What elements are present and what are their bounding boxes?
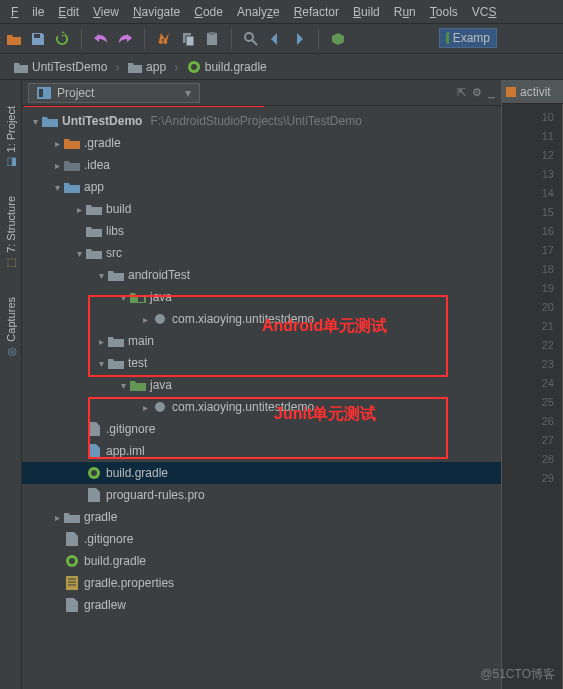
copy-icon[interactable] — [180, 31, 196, 47]
tree-gradle-props[interactable]: gradle.properties — [22, 572, 501, 594]
tree-build-gradle2[interactable]: build.gradle — [22, 550, 501, 572]
back-icon[interactable] — [267, 31, 283, 47]
open-icon[interactable] — [6, 31, 22, 47]
gradle-icon — [64, 554, 80, 568]
tree-build-gradle[interactable]: build.gradle — [22, 462, 501, 484]
tree-java-test[interactable]: java — [22, 374, 501, 396]
tree-gradle-dir[interactable]: .gradle — [22, 132, 501, 154]
tab-project[interactable]: ◧ 1: Project — [2, 100, 19, 175]
menu-file[interactable]: File — [4, 5, 51, 19]
menu-tools[interactable]: Tools — [423, 5, 465, 19]
tree-gitignore[interactable]: .gitignore — [22, 418, 501, 440]
tree-gradle-mod[interactable]: gradle — [22, 506, 501, 528]
svg-rect-0 — [34, 34, 40, 38]
test-folder-icon — [130, 378, 146, 392]
chevron-down-icon[interactable] — [118, 380, 128, 390]
toolbar-separator — [144, 29, 145, 49]
chevron-down-icon[interactable] — [52, 182, 62, 192]
editor-area: activit 10111213141516171819202122232425… — [501, 80, 563, 689]
line-number: 22 — [510, 336, 554, 355]
chevron-right-icon[interactable] — [140, 402, 150, 412]
tree-label: com.xiaoying.untitestdemo — [172, 312, 314, 326]
paste-icon[interactable] — [204, 31, 220, 47]
tree-label: .gitignore — [84, 532, 133, 546]
svg-rect-7 — [446, 32, 449, 44]
tree-label: libs — [106, 224, 124, 238]
tree-libs[interactable]: libs — [22, 220, 501, 242]
menu-build[interactable]: Build — [346, 5, 387, 19]
breadcrumb-file[interactable]: build.gradle — [179, 60, 275, 74]
line-number: 26 — [510, 412, 554, 431]
chevron-down-icon[interactable] — [118, 292, 128, 302]
breadcrumb-file-label: build.gradle — [205, 60, 267, 74]
tree-app[interactable]: app — [22, 176, 501, 198]
menu-analyze[interactable]: Analyze — [230, 5, 287, 19]
menu-edit[interactable]: Edit — [51, 5, 86, 19]
file-icon — [64, 532, 80, 546]
chevron-right-icon[interactable] — [52, 160, 62, 170]
tree-pkg-android[interactable]: com.xiaoying.untitestdemo — [22, 308, 501, 330]
make-icon[interactable] — [330, 31, 346, 47]
tree-gitignore2[interactable]: .gitignore — [22, 528, 501, 550]
module-icon — [64, 180, 80, 194]
run-config-selector[interactable]: Examp — [439, 28, 497, 48]
tree-main[interactable]: main — [22, 330, 501, 352]
tree-androidtest[interactable]: androidTest — [22, 264, 501, 286]
tab-captures[interactable]: ◎ Captures — [2, 291, 19, 365]
line-number: 21 — [510, 317, 554, 336]
collapse-all-icon[interactable]: ⇱ — [457, 86, 466, 99]
redo-icon[interactable] — [117, 31, 133, 47]
chevron-down-icon[interactable] — [96, 358, 106, 368]
forward-icon[interactable] — [291, 31, 307, 47]
breadcrumb-module[interactable]: app — [120, 60, 174, 74]
tree-app-iml[interactable]: app.iml — [22, 440, 501, 462]
tree-build[interactable]: build — [22, 198, 501, 220]
tree-label: src — [106, 246, 122, 260]
hide-icon[interactable]: ⎯ — [488, 86, 495, 99]
folder-icon — [86, 246, 102, 260]
chevron-right-icon[interactable] — [52, 138, 62, 148]
save-icon[interactable] — [30, 31, 46, 47]
chevron-down-icon[interactable] — [96, 270, 106, 280]
find-icon[interactable] — [243, 31, 259, 47]
tree-idea-dir[interactable]: .idea — [22, 154, 501, 176]
tree-label: .gitignore — [106, 422, 155, 436]
svg-rect-12 — [138, 296, 144, 302]
editor-tab[interactable]: activit — [502, 80, 563, 104]
undo-icon[interactable] — [93, 31, 109, 47]
line-number: 13 — [510, 165, 554, 184]
package-icon — [152, 400, 168, 414]
tree-proguard[interactable]: proguard-rules.pro — [22, 484, 501, 506]
tree-root[interactable]: UntiTestDemo F:\AndroidStudioProjects\Un… — [22, 110, 501, 132]
tab-structure[interactable]: ⬚ 7: Structure — [2, 190, 19, 276]
tree-label: gradlew — [84, 598, 126, 612]
menu-vcs[interactable]: VCS — [465, 5, 504, 19]
folder-icon — [86, 224, 102, 238]
sync-icon[interactable] — [54, 31, 70, 47]
chevron-right-icon[interactable] — [140, 314, 150, 324]
tree-java-android[interactable]: java — [22, 286, 501, 308]
chevron-right-icon[interactable] — [74, 204, 84, 214]
chevron-down-icon[interactable] — [30, 116, 40, 126]
project-tree[interactable]: 切换为Project视图 Android单元测试 Junit单元测试 UntiT… — [22, 106, 501, 689]
file-icon — [86, 444, 102, 458]
tree-test[interactable]: test — [22, 352, 501, 374]
breadcrumb-bar: UntiTestDemo › app › build.gradle — [0, 54, 563, 80]
breadcrumb-root[interactable]: UntiTestDemo — [6, 60, 115, 74]
menu-run[interactable]: Run — [387, 5, 423, 19]
settings-icon[interactable]: ⚙ — [472, 86, 482, 99]
project-view-selector[interactable]: Project ▾ — [28, 83, 200, 103]
cut-icon[interactable] — [156, 31, 172, 47]
line-number: 24 — [510, 374, 554, 393]
menu-navigate[interactable]: Navigate — [126, 5, 187, 19]
project-panel-header: Project ▾ ⇱ ⚙ ⎯ — [22, 80, 501, 106]
chevron-right-icon[interactable] — [52, 512, 62, 522]
menu-code[interactable]: Code — [187, 5, 230, 19]
menu-view[interactable]: View — [86, 5, 126, 19]
menu-refactor[interactable]: Refactor — [287, 5, 346, 19]
tree-pkg-test[interactable]: com.xiaoying.untitestdemo — [22, 396, 501, 418]
chevron-right-icon[interactable] — [96, 336, 106, 346]
tree-src[interactable]: src — [22, 242, 501, 264]
tree-gradlew[interactable]: gradlew — [22, 594, 501, 616]
chevron-down-icon[interactable] — [74, 248, 84, 258]
